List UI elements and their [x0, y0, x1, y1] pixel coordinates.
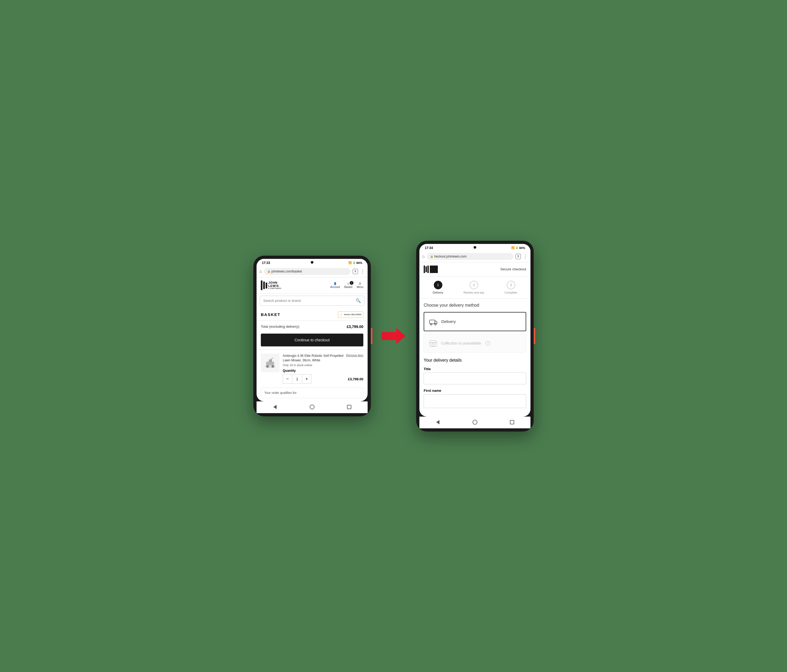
product-image	[261, 353, 280, 372]
red-arrow	[381, 327, 406, 345]
firstname-label: First name	[424, 388, 526, 393]
checkout-button[interactable]: Continue to checkout	[261, 334, 363, 346]
title-field-group: Title	[424, 367, 526, 384]
jl-bars	[261, 281, 267, 290]
svg-rect-11	[432, 344, 434, 346]
checkout-content: Choose your delivery method Delivery	[419, 299, 531, 416]
camera	[311, 261, 313, 264]
collection-option[interactable]: Collection is unavailable ?	[424, 334, 526, 353]
account-label: Account	[330, 286, 340, 289]
svg-point-2	[266, 365, 269, 368]
delivery-truck-icon	[428, 317, 438, 327]
right-status-bar: 17:34 📶 🔋 84%	[419, 244, 531, 251]
header-actions: 👤 Account 🛒 1 Basket ☰ Menu	[330, 282, 363, 289]
checkout-logo	[424, 265, 438, 273]
left-tab-badge[interactable]: 5	[352, 269, 358, 274]
scene: 17:33 📶 🔋 84% ⌂ 🔒 johnlewis.com/basket 5…	[253, 241, 534, 432]
delivery-option[interactable]: Delivery	[424, 312, 526, 331]
right-home-icon[interactable]: ⌂	[422, 254, 425, 259]
delivery-details-section: Your delivery details Title First name	[424, 358, 526, 408]
left-more-icon[interactable]: ⋮	[360, 268, 365, 274]
left-status-icons: 📶 🔋 84%	[348, 261, 362, 265]
left-phone: 17:33 📶 🔋 84% ⌂ 🔒 johnlewis.com/basket 5…	[253, 256, 371, 416]
step-2-label: Review and pay	[463, 291, 484, 294]
firstname-field-group: First name	[424, 388, 526, 408]
product-name: Ambrogio 4.36 Elite Robotic Self-Propell…	[283, 353, 344, 363]
right-recents-nav-button[interactable]	[509, 419, 515, 425]
search-icon: 🔍	[356, 298, 361, 303]
checkout-progress: 1 Delivery 2 Review and pay 3 Complete	[419, 276, 531, 299]
collection-store-icon	[428, 338, 438, 348]
norton-badge: ✓ Norton SECURED	[338, 311, 363, 318]
svg-rect-4	[269, 360, 272, 362]
left-phone-nav	[256, 401, 368, 413]
delivery-label: Delivery	[441, 319, 456, 324]
svg-rect-1	[266, 361, 274, 365]
increase-qty-button[interactable]: +	[302, 374, 311, 384]
left-status-bar: 17:33 📶 🔋 84%	[256, 259, 368, 266]
jl-brand-text: JOHN LEWIS & PARTNERS	[268, 281, 281, 290]
right-more-icon[interactable]: ⋮	[523, 254, 528, 259]
left-browser-bar: ⌂ 🔒 johnlewis.com/basket 5 ⋮	[256, 266, 368, 277]
left-time: 17:33	[262, 261, 270, 265]
product-stock: Only 10 in stock online	[283, 363, 363, 367]
step-3-circle: 3	[507, 281, 515, 289]
right-lock-icon: 🔒	[430, 255, 433, 258]
right-tab-badge[interactable]: 5	[515, 254, 521, 259]
jl-logo: JOHN LEWIS & PARTNERS	[261, 281, 281, 290]
left-url-bar[interactable]: 🔒 johnlewis.com/basket	[264, 268, 351, 275]
right-back-nav-button[interactable]	[435, 419, 441, 425]
right-camera	[474, 246, 476, 249]
jl-bar-1	[261, 281, 262, 290]
delivery-method-title: Choose your delivery method	[424, 303, 526, 308]
recents-nav-button[interactable]	[346, 404, 352, 410]
firstname-input[interactable]	[424, 394, 526, 408]
menu-label: Menu	[357, 286, 363, 289]
search-bar[interactable]: 🔍	[260, 296, 364, 306]
left-phone-screen: 17:33 📶 🔋 84% ⌂ 🔒 johnlewis.com/basket 5…	[256, 259, 368, 402]
quantity-label: Quantity	[283, 369, 363, 372]
home-icon[interactable]: ⌂	[259, 269, 262, 274]
basket-title: BASKET	[261, 312, 281, 317]
total-price: £3,799.00	[347, 325, 363, 329]
product-row: Ambrogio 4.36 Elite Robotic Self-Propell…	[256, 350, 368, 388]
norton-check-icon: ✓	[340, 312, 343, 317]
right-phone-screen: 17:34 📶 🔋 84% ⌂ 🔒 heckout.johnlewis.com …	[419, 244, 531, 416]
menu-action[interactable]: ☰ Menu	[357, 282, 363, 289]
question-mark-icon[interactable]: ?	[485, 341, 490, 345]
basket-action[interactable]: 🛒 1 Basket	[344, 282, 352, 289]
svg-point-3	[272, 365, 274, 368]
right-home-nav-button[interactable]	[472, 419, 478, 425]
svg-rect-10	[430, 343, 436, 346]
svg-marker-6	[381, 328, 406, 344]
step-1-label: Delivery	[433, 291, 443, 294]
back-nav-button[interactable]	[272, 404, 278, 410]
right-status-icons: 📶 🔋 84%	[511, 246, 525, 249]
basket-content: BASKET ✓ Norton SECURED Total (excluding…	[256, 308, 368, 402]
right-url-bar[interactable]: 🔒 heckout.johnlewis.com	[427, 253, 514, 260]
logo-bars	[424, 265, 438, 273]
quantity-row: − 1 + £3,799.00	[283, 374, 363, 384]
decrease-qty-button[interactable]: −	[283, 374, 292, 384]
jl-bar-3	[265, 282, 267, 289]
right-phone: 17:34 📶 🔋 84% ⌂ 🔒 heckout.johnlewis.com …	[416, 241, 534, 432]
jl-bar-2	[263, 282, 265, 289]
checkout-header: Secure checkout	[419, 262, 531, 276]
step-review: 2 Review and pay	[463, 281, 484, 294]
search-input[interactable]	[263, 299, 356, 303]
title-input[interactable]	[424, 372, 526, 384]
basket-label: Basket	[344, 286, 352, 289]
step-delivery: 1 Delivery	[433, 281, 443, 294]
product-thumbnail	[264, 356, 277, 370]
remove-item-link[interactable]: Remove item	[346, 353, 363, 364]
step-3-label: Complete	[504, 291, 517, 294]
step-2-circle: 2	[469, 281, 478, 289]
right-url-text: heckout.johnlewis.com	[435, 255, 467, 258]
product-price: £3,799.00	[348, 377, 363, 381]
delivery-details-title: Your delivery details	[424, 358, 526, 363]
basket-badge: 1	[350, 281, 354, 285]
svg-rect-7	[430, 320, 435, 324]
home-nav-button[interactable]	[309, 404, 315, 410]
account-action[interactable]: 👤 Account	[330, 282, 340, 289]
right-time: 17:34	[425, 246, 433, 250]
